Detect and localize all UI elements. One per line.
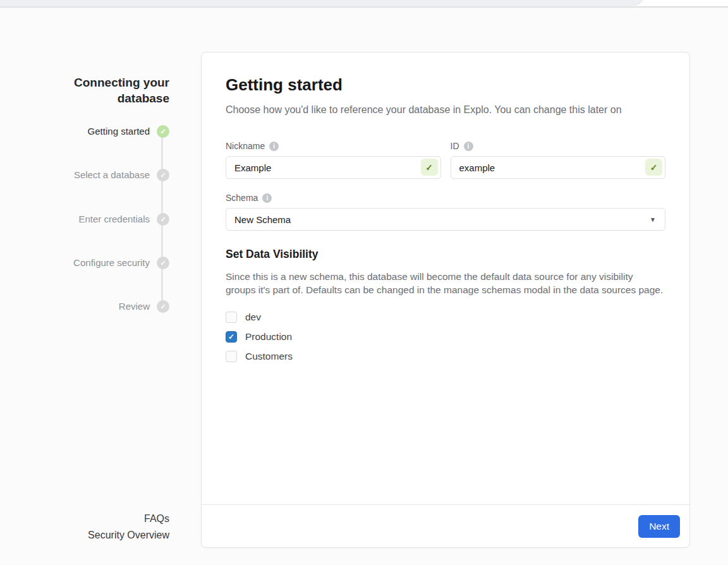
customers-checkbox[interactable]: ✓	[226, 351, 237, 362]
card-content: Getting started Choose how you'd like to…	[202, 52, 689, 362]
production-checkbox[interactable]: ✓	[226, 331, 237, 343]
nickname-input-wrap: ✓	[226, 156, 441, 179]
step-configure-security: Configure security ✓	[13, 257, 169, 269]
page-title: Getting started	[226, 74, 665, 95]
info-icon[interactable]: i	[269, 142, 279, 151]
step-label: Getting started	[88, 125, 150, 138]
check-icon: ✓	[160, 259, 166, 267]
app-viewport: Connecting your database Getting started…	[0, 0, 728, 565]
nickname-label: Nickname i	[226, 141, 441, 151]
check-icon: ✓	[228, 333, 234, 341]
nickname-input[interactable]	[226, 156, 441, 179]
security-overview-link[interactable]: Security Overview	[25, 530, 169, 541]
visibility-groups-list: ✓ dev ✓ Production ✓ Customers	[226, 312, 665, 362]
nickname-label-text: Nickname	[226, 141, 265, 151]
step-enter-credentials: Enter credentials ✓	[13, 213, 169, 226]
check-icon: ✓	[160, 171, 166, 179]
name-fields-row: Nickname i ✓ ID i ✓	[226, 141, 665, 179]
getting-started-card: Getting started Choose how you'd like to…	[201, 52, 690, 548]
checkbox-label: Production	[245, 331, 292, 343]
step-label: Enter credentials	[78, 213, 150, 226]
info-icon[interactable]: i	[464, 142, 473, 151]
schema-selected-value: New Schema	[234, 214, 291, 225]
visibility-group-dev[interactable]: ✓ dev	[226, 312, 665, 323]
step-select-database: Select a database ✓	[13, 169, 169, 181]
visibility-group-production[interactable]: ✓ Production	[226, 331, 665, 343]
check-icon: ✓	[160, 303, 166, 311]
step-label: Review	[119, 300, 150, 313]
id-field-group: ID i ✓	[451, 141, 666, 179]
page-subtitle: Choose how you'd like to reference your …	[226, 103, 665, 117]
step-check-icon: ✓	[157, 257, 169, 269]
id-label: ID i	[451, 141, 666, 151]
id-input[interactable]	[451, 156, 666, 179]
check-icon: ✓	[160, 128, 166, 136]
card-footer: Next	[202, 504, 689, 547]
schema-label: Schema i	[226, 193, 665, 203]
checkbox-label: dev	[245, 312, 261, 323]
step-getting-started: Getting started ✓	[13, 125, 169, 138]
step-check-icon: ✓	[157, 300, 169, 313]
valid-check-badge: ✓	[421, 159, 438, 176]
data-visibility-heading: Set Data Visibility	[226, 247, 665, 261]
id-input-wrap: ✓	[451, 156, 666, 179]
check-icon: ✓	[160, 216, 166, 224]
dev-checkbox[interactable]: ✓	[226, 312, 237, 323]
check-icon: ✓	[425, 162, 433, 173]
check-icon: ✓	[650, 162, 658, 173]
valid-check-badge: ✓	[645, 159, 662, 176]
nickname-field-group: Nickname i ✓	[226, 141, 441, 179]
schema-field-group: Schema i New Schema ▼	[226, 193, 665, 231]
checkbox-label: Customers	[245, 351, 293, 362]
faqs-link[interactable]: FAQs	[25, 513, 169, 525]
chevron-down-icon: ▼	[650, 216, 656, 223]
step-label: Configure security	[73, 257, 150, 269]
info-icon[interactable]: i	[262, 193, 272, 203]
visibility-group-customers[interactable]: ✓ Customers	[226, 351, 665, 362]
browser-chrome-strip	[0, 0, 728, 8]
step-check-icon: ✓	[157, 125, 169, 138]
schema-label-text: Schema	[226, 193, 258, 203]
browser-omnibox-edge	[0, 0, 643, 6]
step-label: Select a database	[74, 169, 150, 181]
wizard-title: Connecting your database	[25, 75, 169, 106]
next-button[interactable]: Next	[638, 515, 680, 538]
step-check-icon: ✓	[157, 169, 169, 181]
data-visibility-description: Since this is a new schema, this databas…	[226, 270, 665, 296]
schema-select[interactable]: New Schema ▼	[226, 208, 665, 231]
step-check-icon: ✓	[157, 213, 169, 226]
id-label-text: ID	[451, 141, 459, 151]
step-review: Review ✓	[13, 300, 169, 313]
